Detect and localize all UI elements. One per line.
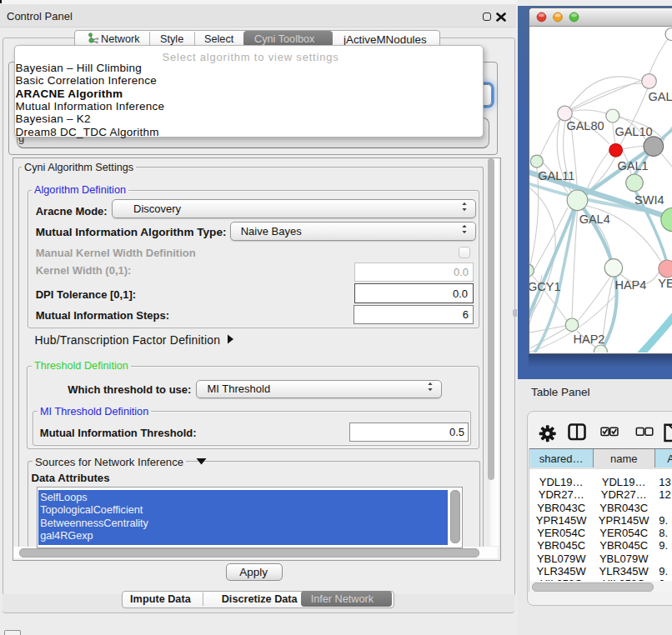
svg-text:GCY1: GCY1: [529, 280, 561, 293]
svg-text:GAL11: GAL11: [538, 169, 574, 182]
svg-text:YEL: YEL: [658, 277, 672, 290]
svg-text:HAP4: HAP4: [614, 278, 646, 292]
svg-text:GAL80: GAL80: [566, 119, 604, 132]
svg-text:GAL1: GAL1: [617, 159, 648, 172]
svg-text:SWI4: SWI4: [634, 193, 664, 207]
svg-text:GAL2: GAL2: [648, 90, 672, 103]
svg-text:GAL10: GAL10: [614, 125, 652, 138]
svg-text:HAP2: HAP2: [574, 332, 605, 346]
svg-text:GAL4: GAL4: [579, 212, 610, 226]
